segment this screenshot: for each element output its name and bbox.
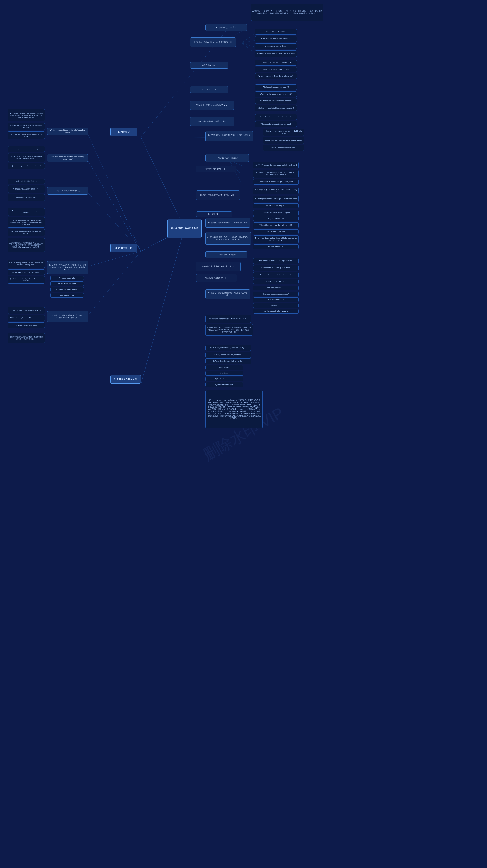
q-learn: What can we learn from the conversation? — [255, 98, 297, 104]
q-how-many-persons: How many persons......? — [253, 286, 299, 290]
svg-line-7 — [241, 43, 257, 48]
left-dormitory: W: Do you live in a college dormitory? — [8, 146, 45, 152]
a-main-node: A、多用来问以下内容： — [205, 24, 247, 31]
q-happen: What will happen to John if he fails the… — [255, 73, 297, 79]
s3-man: M: Wall, I should have stayed at home. — [205, 352, 251, 358]
q-how-much: How much does......? — [253, 298, 299, 302]
svg-line-0 — [141, 137, 185, 228]
a-main-label: A、多用来问以下内容： — [216, 26, 237, 29]
q-where-man-woman: Where are the man and woman? — [262, 145, 304, 151]
g-main-node: G、问多少，属于涉及数字的题，可能有以下几种形式： — [205, 289, 250, 299]
left-yes-its: M: Yes, I do. It's a nice man suite, but… — [8, 153, 45, 162]
left-where-conv: M: I need to cash this check? — [8, 194, 45, 202]
section3-node: 3. 几种常见的解题方法 — [110, 375, 141, 384]
q-why-late-node: Why is the man late? — [253, 216, 299, 221]
dialog-woman-node: Woman(W): It was supposed to start at a … — [253, 170, 299, 178]
ans-husband: A) Husband and wife. — [51, 276, 84, 280]
q-talking-about: What are they talking about? — [255, 43, 297, 49]
section1-node: 1. 问题类型 — [110, 128, 137, 136]
left-thankyou: M: Thank you very much. I only need them… — [8, 123, 45, 130]
q-how-long: How long does it take......to......? — [253, 309, 299, 314]
svg-line-6 — [241, 40, 257, 43]
q-think-plan: What does the woman think of the plan? — [255, 121, 297, 127]
q-why-car-node: Why did the man repair the car by himsel… — [253, 222, 299, 228]
f-purpose-label: F、活动类，这一类对话可能涉及上课、餐饮、工作、日常生活等各种情况，如： — [47, 311, 88, 322]
q-speakers-doing: What are the speakers doing now? — [255, 67, 297, 72]
svg-line-9 — [141, 137, 209, 137]
g-note2: A节中图文也含多个一般疑问句，但也可能出现选择疑问句的情况，也以Whom, Wh… — [205, 324, 253, 336]
c3-date-node: 3)问日期，如： — [196, 211, 232, 217]
q-where-prob: Where does this conversation most probab… — [262, 129, 304, 136]
section2-node: 2. 对话内容分类 — [110, 244, 137, 252]
left-wish: W: I wish I could help you. I went shopp… — [8, 217, 45, 227]
wh-questions-label: 1)问"做什么、要什么、对话什么、什么种类"等，如： — [193, 41, 233, 43]
left-right: B、数字类，包括直接型和计算型，如： — [8, 185, 45, 193]
s3-b: B) It's boring. — [205, 371, 244, 376]
q-winter-vac-node: When will the winter vacation begin? — [253, 210, 299, 216]
q-feel-movie-node: How does the man feel about the movie? — [253, 272, 299, 278]
svg-line-14 — [88, 192, 141, 251]
c2-freq-node: 2)问频率（要量或频率几位者可用推断），如： — [196, 190, 240, 200]
c1-time-node: 1)问时间（可用推断），如： — [196, 166, 236, 172]
s3-a: A) It's exciting. — [205, 365, 244, 370]
q-kind-books: What kind of books does the man want to … — [255, 51, 297, 57]
s3-c: C) He didn't see the play. — [205, 377, 244, 381]
wh-why-node: 2)问"为什么"，如： — [190, 62, 228, 68]
q-woman-todo: What does the woman tell the man to do f… — [255, 60, 297, 66]
left-library: W: Your library books are due on Decembe… — [8, 109, 45, 121]
q-hope-so-node: M: I hope so. It's my watch. Brought it … — [253, 235, 299, 243]
section2-label: 2. 对话内容分类 — [116, 247, 132, 250]
q-dont-spend-node: M: Don't spend too much, won't get paid … — [253, 195, 299, 202]
wh-think-node: 5)问"对某人或某事有什么看法"，如： — [190, 117, 234, 126]
mindmap-container: 删除水印 VIP — [0, 0, 487, 868]
q-man-mean: What does the man mean (imply)? — [255, 84, 297, 90]
g-note1: A节中的问题题目很多时候，大家可以以以上上来： — [205, 315, 251, 323]
intro-text: A节取对话——最是在一男一女之间进行的一对一里，两题一套及以对话的大意是。题目用… — [253, 10, 322, 14]
s3-dialog: W: How do you like the play you saw last… — [205, 345, 251, 351]
left-newyork: W: Are you going to New York next weeken… — [8, 307, 45, 314]
left-check: A、问题，包括直接型和计算型，如： — [8, 179, 45, 184]
q-how-many-does: How many does/......does......want? — [253, 292, 299, 297]
q-mans-answer: What is the man's answer? — [255, 29, 297, 35]
f1-how-node: 1)问某事的方式、方法或使用的交通工具，如： — [196, 262, 241, 271]
section3-label: 3. 几种常见的解题方法 — [114, 378, 137, 381]
q-like-film-node: How do you like the film? — [253, 279, 299, 284]
d-main-node: D、问题的判断图可以问原因，也可以问目的，如： — [205, 218, 250, 227]
central-node: 四六级考试对话式听力分析 — [167, 219, 202, 238]
e-main-node: E、可能问对话者某一方的身份，对话人之间的关系的对话中及涉及的第几人的情况，如： — [205, 232, 251, 245]
left-business: 此题听名词也是No。听这段对话需把(W) she could help you这… — [8, 238, 45, 252]
intro-text-node: A节取对话——最是在一男一女之间进行的一对一里，两题一套及以对话的大意是。题目用… — [251, 4, 323, 21]
q-man-gowork-node: How does the man usually go to work? — [253, 265, 299, 271]
s3-q: Q: What does the man think of the play? — [205, 358, 251, 364]
left-will-borrow: Q: Will the man borrow any money from th… — [8, 229, 45, 237]
f-main-node: F、主要针对以下内容提问： — [205, 251, 247, 258]
svg-line-8 — [241, 43, 257, 55]
b-main-node: B、A节中概括出的问题主要问"对话可能是在什么场所发生"，如： — [205, 131, 253, 142]
a-dialog-label: W: Will you go right over to the teller'… — [47, 128, 88, 135]
left-whats: Q: What's the man going to do? — [8, 322, 45, 328]
q-when-paid-node: Q: When will he be paid? — [253, 203, 299, 208]
s3-explain: 对话中"should have stayed at home"作"我真应该待在家… — [205, 390, 262, 428]
s3-d: D) He liked it very much. — [205, 382, 244, 387]
left-when-must: Q: When must the man return his books to… — [8, 131, 45, 139]
ans-waiter: B) Waiter and customer. — [51, 281, 84, 286]
left-note-bottom: 这类对话中往往包括出现几种情况，首先看够相同问句结构，然后再仔细选出。 — [8, 333, 45, 343]
wh-mean-node: 3)问"什么含义"，如： — [190, 86, 228, 93]
dialog-man-node: Man(M): What time did yesterday's footba… — [253, 162, 299, 168]
dialog-question-node: Question(Q): When did the game finally s… — [253, 179, 299, 185]
wh-questions-node: 1)问"做什么、要什么、对话什么、什么种类"等，如： — [190, 37, 236, 47]
b-number-label: Q: Where is the conversation most probab… — [47, 154, 88, 162]
q-woman-lunch: What does the woman want for lunch? — [255, 36, 297, 42]
svg-line-10 — [88, 133, 141, 251]
left-goodevening: M: Good evening, Madam. The result table… — [8, 259, 45, 268]
q-woman-suggest: What does the woman's answer suggest? — [255, 91, 297, 97]
section1-label: 1. 问题类型 — [118, 130, 129, 133]
left-goingup: M: Yes, I'm going to look up Bill while … — [8, 315, 45, 321]
svg-line-12 — [88, 160, 141, 251]
central-label: 四六级考试对话式听力分析 — [171, 227, 198, 230]
svg-line-5 — [241, 32, 257, 43]
q-who-man-node: Q: Who is the man? — [253, 245, 299, 249]
ans-host: D) Host and guest. — [51, 293, 84, 298]
wh-conclude-node: 4)问"从对话中能得到什么信息或结论"，如： — [190, 100, 234, 110]
left-ann: M: Ann, do you have any extra money you … — [8, 208, 45, 216]
